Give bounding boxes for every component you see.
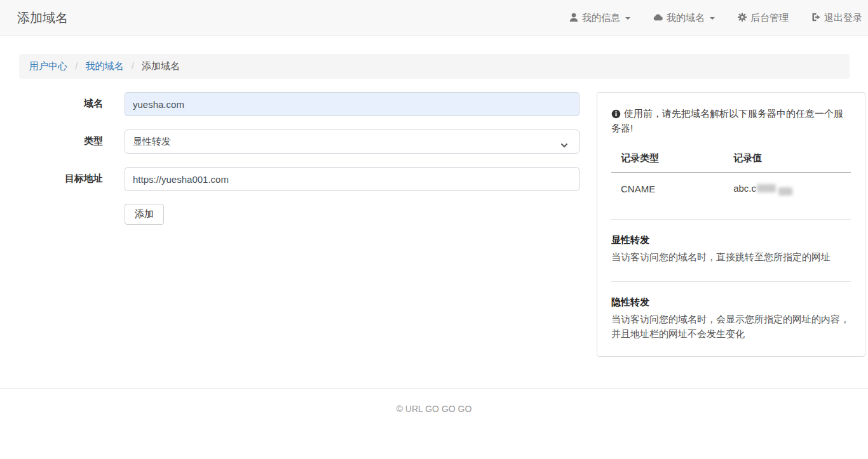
cloud-icon — [653, 13, 663, 23]
target-url-label: 目标地址 — [18, 167, 103, 191]
breadcrumb-separator: / — [75, 60, 78, 71]
section-title: 隐性转发 — [611, 296, 851, 309]
info-circle-icon — [611, 108, 624, 119]
redacted-text — [778, 187, 792, 196]
divider — [611, 219, 851, 220]
dns-info-panel: 使用前，请先把域名解析以下服务器中的任意一个服务器! 记录类型 记录值 CNAM… — [597, 92, 865, 357]
record-type-cell: CNAME — [611, 172, 724, 202]
type-select[interactable]: 显性转发 — [125, 130, 580, 154]
record-value-header: 记录值 — [724, 146, 851, 173]
nav-item-label: 后台管理 — [750, 12, 789, 24]
record-value-visible: abc.c — [733, 183, 756, 194]
gear-icon — [738, 13, 747, 23]
nav-item-label: 退出登录 — [824, 12, 862, 24]
explicit-forward-section: 显性转发 当访客访问您的域名时，直接跳转至您所指定的网址 — [611, 234, 851, 264]
top-nav: 我的信息 我的域名 — [569, 0, 868, 36]
section-body: 当访客访问您的域名时，会显示您所指定的网址的内容，并且地址栏的网址不会发生变化 — [611, 312, 851, 342]
record-type-header: 记录类型 — [611, 146, 724, 173]
add-button[interactable]: 添加 — [125, 204, 164, 225]
sign-out-icon — [811, 13, 820, 23]
type-select-value: 显性转发 — [133, 136, 171, 148]
chevron-down-icon — [560, 139, 568, 150]
footer: © URL GO GO GO — [0, 388, 868, 414]
user-icon — [569, 13, 578, 23]
implicit-forward-section: 隐性转发 当访客访问您的域名时，会显示您所指定的网址的内容，并且地址栏的网址不会… — [611, 296, 851, 342]
section-body: 当访客访问您的域名时，直接跳转至您所指定的网址 — [611, 249, 851, 264]
add-domain-form: 域名 类型 显性转发 目标地址 添加 — [18, 92, 580, 225]
breadcrumb: 用户中心 / 我的域名 / 添加域名 — [19, 54, 850, 79]
nav-item-label: 我的信息 — [582, 12, 620, 24]
type-label: 类型 — [18, 130, 103, 154]
caret-down-icon — [625, 17, 630, 20]
domain-input[interactable] — [125, 92, 580, 116]
record-value-cell: abc.c — [724, 172, 851, 202]
divider — [611, 281, 851, 282]
navbar: 添加域名 我的信息 我的域名 — [0, 0, 868, 36]
form-actions: 添加 — [18, 204, 580, 225]
form-row-domain: 域名 — [18, 92, 580, 116]
target-url-input[interactable] — [125, 167, 580, 191]
dns-record-table: 记录类型 记录值 CNAME abc.c — [611, 146, 851, 202]
page-title: 添加域名 — [17, 10, 68, 27]
nav-item-admin[interactable]: 后台管理 — [738, 12, 789, 24]
nav-item-logout[interactable]: 退出登录 — [811, 12, 862, 24]
domain-label: 域名 — [18, 92, 103, 116]
form-row-type: 类型 显性转发 — [18, 130, 580, 154]
breadcrumb-link-user-center[interactable]: 用户中心 — [29, 60, 67, 71]
dns-notice-text: 使用前，请先把域名解析以下服务器中的任意一个服务器! — [611, 108, 843, 133]
copyright-text: © URL GO GO GO — [397, 404, 472, 414]
table-row: CNAME abc.c — [611, 172, 851, 202]
form-row-target: 目标地址 — [18, 167, 580, 191]
caret-down-icon — [710, 17, 715, 20]
nav-item-label: 我的域名 — [667, 12, 705, 24]
nav-item-my-info[interactable]: 我的信息 — [569, 12, 630, 24]
section-title: 显性转发 — [611, 234, 851, 246]
breadcrumb-current: 添加域名 — [142, 60, 180, 71]
breadcrumb-link-my-domains[interactable]: 我的域名 — [86, 60, 124, 71]
breadcrumb-separator: / — [132, 60, 134, 71]
main-content: 域名 类型 显性转发 目标地址 添加 使用前，请先把域名解析以下服务器中的任意一… — [0, 92, 868, 357]
dns-notice: 使用前，请先把域名解析以下服务器中的任意一个服务器! — [611, 106, 851, 136]
redacted-text — [757, 184, 776, 192]
nav-item-my-domains[interactable]: 我的域名 — [653, 12, 715, 24]
